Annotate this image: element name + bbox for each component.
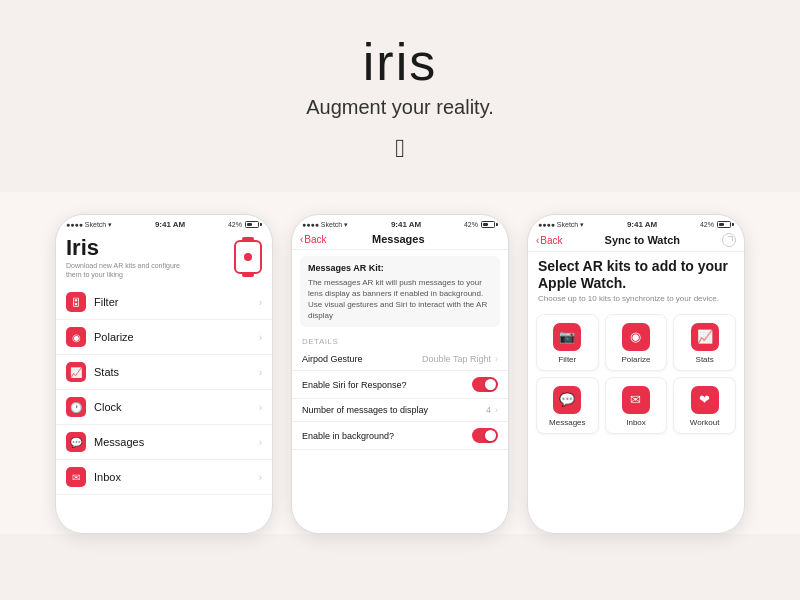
nav-title: Messages xyxy=(327,233,470,245)
phone-app-title: Iris xyxy=(66,235,196,261)
sync-title: Select AR kits to add to your Apple Watc… xyxy=(528,252,744,294)
list-label: Polarize xyxy=(94,331,259,343)
workout-kit-icon: ❤ xyxy=(691,386,719,414)
background-toggle[interactable] xyxy=(472,428,498,443)
phone-mockup-1: ●●●● Sketch ▾ 9:41 AM 42% Iris Download … xyxy=(55,214,273,534)
time-label: 9:41 AM xyxy=(155,220,185,229)
kit-grid: 📷 Filter ◉ Polarize 📈 Stats 💬 Messages ✉… xyxy=(528,312,744,436)
status-bar-1: ●●●● Sketch ▾ 9:41 AM 42% xyxy=(56,215,272,231)
carrier-label: ●●●● Sketch ▾ xyxy=(66,221,112,229)
status-bar-2: ●●●● Sketch ▾ 9:41 AM 42% xyxy=(292,215,508,231)
info-box: Messages AR Kit: The messages AR kit wil… xyxy=(300,256,500,327)
hero-section: iris Augment your reality.  xyxy=(0,0,800,192)
battery-pct: 42% xyxy=(228,221,242,228)
list-label: Clock xyxy=(94,401,259,413)
kit-item-workout[interactable]: ❤ Workout xyxy=(673,377,736,434)
list-item[interactable]: 🎛 Filter › xyxy=(56,285,272,320)
list-label: Filter xyxy=(94,296,259,308)
polarize-kit-icon: ◉ xyxy=(622,323,650,351)
list-item[interactable]: 📈 Stats › xyxy=(56,355,272,390)
setting-row[interactable]: Airpod Gesture Double Tap Right › xyxy=(292,348,508,371)
phone-nav-3: ‹Back Sync to Watch xyxy=(528,231,744,252)
back-button[interactable]: ‹Back xyxy=(536,235,563,246)
kit-item-inbox[interactable]: ✉ Inbox xyxy=(605,377,668,434)
apple-logo-icon:  xyxy=(20,133,780,164)
setting-row[interactable]: Number of messages to display 4 › xyxy=(292,399,508,422)
clock-icon: 🕐 xyxy=(66,397,86,417)
list-label: Inbox xyxy=(94,471,259,483)
kit-item-messages[interactable]: 💬 Messages xyxy=(536,377,599,434)
list-item[interactable]: ✉ Inbox › xyxy=(56,460,272,495)
status-bar-3: ●●●● Sketch ▾ 9:41 AM 42% xyxy=(528,215,744,231)
list-label: Stats xyxy=(94,366,259,378)
setting-row[interactable]: Enable in background? xyxy=(292,422,508,450)
kit-item-stats[interactable]: 📈 Stats xyxy=(673,314,736,371)
stats-icon: 📈 xyxy=(66,362,86,382)
phone-app-subtitle: Download new AR kits and configure them … xyxy=(66,261,196,279)
siri-toggle[interactable] xyxy=(472,377,498,392)
list-item[interactable]: 💬 Messages › xyxy=(56,425,272,460)
sync-subtitle: Choose up to 10 kits to synchronize to y… xyxy=(528,294,744,312)
hero-subtitle: Augment your reality. xyxy=(20,96,780,119)
list-label: Messages xyxy=(94,436,259,448)
battery-icon xyxy=(481,221,498,228)
battery-icon xyxy=(717,221,734,228)
details-header: DETAILS xyxy=(292,333,508,348)
list-item[interactable]: ◉ Polarize › xyxy=(56,320,272,355)
sync-icon[interactable] xyxy=(722,233,736,247)
phone-mockup-2: ●●●● Sketch ▾ 9:41 AM 42% ‹Back Messages… xyxy=(291,214,509,534)
back-button[interactable]: ‹Back xyxy=(300,234,327,245)
inbox-kit-icon: ✉ xyxy=(622,386,650,414)
app-title: iris xyxy=(20,36,780,88)
list-item[interactable]: 🕐 Clock › xyxy=(56,390,272,425)
filter-icon: 🎛 xyxy=(66,292,86,312)
phones-section: ●●●● Sketch ▾ 9:41 AM 42% Iris Download … xyxy=(0,192,800,534)
phone-nav-2: ‹Back Messages xyxy=(292,231,508,250)
phone-mockup-3: ●●●● Sketch ▾ 9:41 AM 42% ‹Back Sync to … xyxy=(527,214,745,534)
app-header-1: Iris Download new AR kits and configure … xyxy=(56,231,272,285)
inbox-icon: ✉ xyxy=(66,467,86,487)
filter-kit-icon: 📷 xyxy=(553,323,581,351)
messages-icon: 💬 xyxy=(66,432,86,452)
messages-kit-icon: 💬 xyxy=(553,386,581,414)
stats-kit-icon: 📈 xyxy=(691,323,719,351)
polarize-icon: ◉ xyxy=(66,327,86,347)
battery-icon xyxy=(245,221,262,228)
watch-icon[interactable] xyxy=(234,240,262,274)
app-list: 🎛 Filter › ◉ Polarize › 📈 Stats › 🕐 Cloc… xyxy=(56,285,272,495)
kit-item-polarize[interactable]: ◉ Polarize xyxy=(605,314,668,371)
kit-item-filter[interactable]: 📷 Filter xyxy=(536,314,599,371)
nav-title: Sync to Watch xyxy=(563,234,722,246)
setting-row[interactable]: Enable Siri for Response? xyxy=(292,371,508,399)
